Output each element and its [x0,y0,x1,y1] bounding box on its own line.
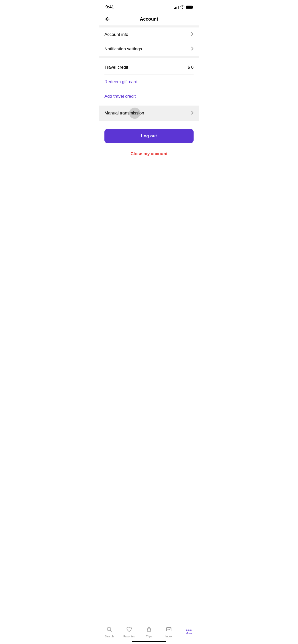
status-bar: 9:41 [99,0,199,13]
nav-header: Account [99,13,199,25]
notification-settings-item[interactable]: Notification settings [99,42,199,56]
credit-section: Travel credit $ 0 Redeem gift card Add t… [99,60,199,104]
logout-button[interactable]: Log out [104,129,194,143]
travel-credit-value: $ 0 [187,65,194,70]
account-info-label: Account info [104,32,128,37]
wifi-icon [180,5,185,9]
manual-transmission-item[interactable]: Manual transmission [99,106,199,121]
travel-credit-label: Travel credit [104,65,128,70]
section-divider-credit [99,56,199,58]
back-button[interactable] [104,16,111,22]
redeem-gift-card-label: Redeem gift card [104,79,137,84]
account-info-right [191,32,194,37]
notification-settings-label: Notification settings [104,47,142,52]
signal-icon [174,5,179,9]
account-info-chevron [191,32,194,37]
manual-transmission-label: Manual transmission [104,111,144,116]
section-divider-top [99,25,199,27]
add-travel-credit-item[interactable]: Add travel credit [104,89,194,104]
manual-transmission-chevron [191,111,194,116]
account-info-item[interactable]: Account info [99,27,199,42]
add-travel-credit-label: Add travel credit [104,94,136,99]
page-title: Account [140,17,158,22]
action-section: Log out Close my account [99,121,199,164]
close-account-button[interactable]: Close my account [104,149,194,158]
redeem-gift-card-item[interactable]: Redeem gift card [104,75,194,89]
status-icons [174,5,193,9]
manual-transmission-section: Manual transmission [99,106,199,121]
notification-settings-right [191,47,194,52]
notification-settings-chevron [191,47,194,52]
travel-credit-row: Travel credit $ 0 [104,60,194,75]
status-time: 9:41 [105,5,114,10]
battery-icon [186,6,193,9]
main-menu-section: Account info Notification settings [99,27,199,56]
